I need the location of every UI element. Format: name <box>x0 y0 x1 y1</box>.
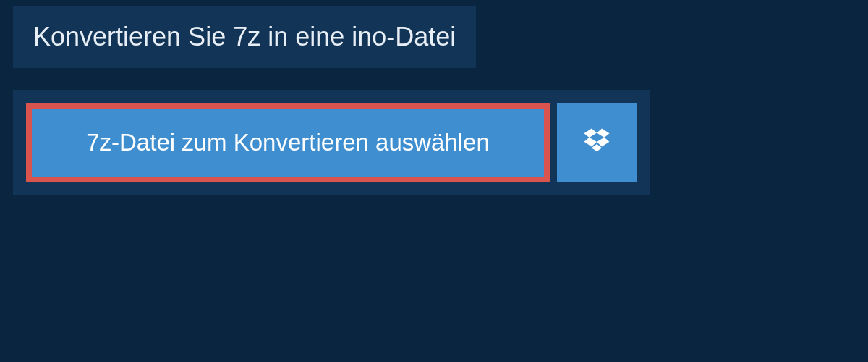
select-file-button[interactable]: 7z-Datei zum Konvertieren auswählen <box>26 103 550 182</box>
header-bar: Konvertieren Sie 7z in eine ino-Datei <box>13 6 476 68</box>
select-file-label: 7z-Datei zum Konvertieren auswählen <box>86 129 490 156</box>
dropbox-button[interactable] <box>557 103 637 182</box>
dropbox-icon <box>582 127 611 159</box>
page-title: Konvertieren Sie 7z in eine ino-Datei <box>33 22 456 52</box>
upload-section: 7z-Datei zum Konvertieren auswählen <box>13 90 650 195</box>
